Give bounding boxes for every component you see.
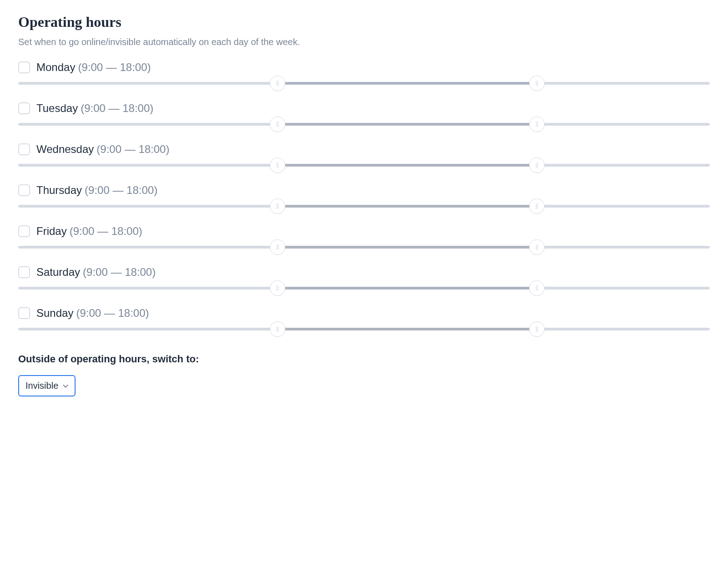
time-slider-monday[interactable] bbox=[18, 82, 710, 85]
time-slider-saturday[interactable] bbox=[18, 287, 710, 290]
day-name: Friday bbox=[36, 225, 67, 238]
day-row-sunday: Sunday(9:00 — 18:00) bbox=[18, 307, 710, 330]
slider-fill bbox=[278, 164, 537, 167]
slider-fill bbox=[278, 82, 537, 85]
slider-fill bbox=[278, 123, 537, 126]
time-slider-wednesday[interactable] bbox=[18, 164, 710, 167]
day-row-tuesday: Tuesday(9:00 — 18:00) bbox=[18, 102, 710, 126]
chevron-down-icon bbox=[63, 383, 68, 389]
day-range: (9:00 — 18:00) bbox=[85, 184, 157, 197]
day-name: Saturday bbox=[36, 266, 80, 279]
slider-fill bbox=[278, 328, 537, 330]
day-name: Monday bbox=[36, 61, 75, 74]
slider-handle-end[interactable] bbox=[529, 198, 545, 214]
slider-handle-start[interactable] bbox=[270, 321, 285, 337]
day-name: Wednesday bbox=[36, 143, 94, 156]
slider-handle-start[interactable] bbox=[270, 198, 285, 214]
page-title: Operating hours bbox=[18, 14, 710, 30]
day-row-monday: Monday(9:00 — 18:00) bbox=[18, 61, 710, 85]
slider-fill bbox=[278, 205, 537, 208]
day-range: (9:00 — 18:00) bbox=[96, 143, 169, 156]
slider-handle-end[interactable] bbox=[529, 321, 545, 337]
outside-hours-select-value: Invisible bbox=[25, 381, 58, 391]
page-subtitle: Set when to go online/invisible automati… bbox=[18, 37, 710, 47]
day-range: (9:00 — 18:00) bbox=[83, 266, 156, 279]
day-row-saturday: Saturday(9:00 — 18:00) bbox=[18, 266, 710, 290]
outside-hours-label: Outside of operating hours, switch to: bbox=[18, 353, 710, 365]
day-row-wednesday: Wednesday(9:00 — 18:00) bbox=[18, 143, 710, 167]
day-name: Tuesday bbox=[36, 102, 78, 115]
day-checkbox-sunday[interactable] bbox=[18, 307, 30, 319]
time-slider-friday[interactable] bbox=[18, 246, 710, 249]
day-checkbox-tuesday[interactable] bbox=[18, 102, 30, 114]
slider-handle-end[interactable] bbox=[529, 239, 545, 255]
slider-handle-end[interactable] bbox=[529, 280, 545, 296]
time-slider-tuesday[interactable] bbox=[18, 123, 710, 126]
slider-handle-end[interactable] bbox=[529, 157, 545, 173]
slider-handle-end[interactable] bbox=[529, 117, 545, 132]
day-range: (9:00 — 18:00) bbox=[76, 307, 149, 320]
day-row-thursday: Thursday(9:00 — 18:00) bbox=[18, 184, 710, 208]
slider-handle-start[interactable] bbox=[270, 239, 285, 255]
day-row-friday: Friday(9:00 — 18:00) bbox=[18, 225, 710, 249]
slider-handle-start[interactable] bbox=[270, 76, 285, 91]
day-range: (9:00 — 18:00) bbox=[78, 61, 151, 74]
day-name: Sunday bbox=[36, 307, 73, 320]
day-checkbox-saturday[interactable] bbox=[18, 266, 30, 278]
day-checkbox-thursday[interactable] bbox=[18, 184, 30, 196]
day-checkbox-monday[interactable] bbox=[18, 61, 30, 73]
time-slider-thursday[interactable] bbox=[18, 205, 710, 208]
day-name: Thursday bbox=[36, 184, 82, 197]
slider-handle-start[interactable] bbox=[270, 157, 285, 173]
day-range: (9:00 — 18:00) bbox=[81, 102, 153, 115]
day-checkbox-wednesday[interactable] bbox=[18, 143, 30, 155]
slider-fill bbox=[278, 287, 537, 290]
day-range: (9:00 — 18:00) bbox=[70, 225, 142, 238]
day-checkbox-friday[interactable] bbox=[18, 225, 30, 237]
time-slider-sunday[interactable] bbox=[18, 328, 710, 330]
slider-handle-start[interactable] bbox=[270, 117, 285, 132]
slider-handle-start[interactable] bbox=[270, 280, 285, 296]
outside-hours-select[interactable]: Invisible bbox=[18, 375, 76, 396]
slider-handle-end[interactable] bbox=[529, 76, 545, 91]
slider-fill bbox=[278, 246, 537, 249]
